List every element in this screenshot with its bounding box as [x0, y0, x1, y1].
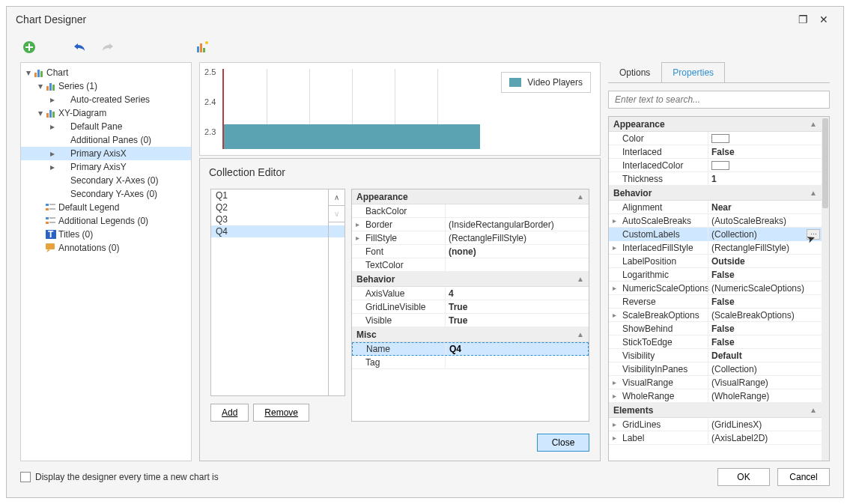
maximize-button[interactable]: ❐	[792, 9, 813, 30]
svg-rect-7	[40, 71, 43, 77]
property-value-input[interactable]	[449, 344, 588, 354]
property-row[interactable]: InterlacedFalse	[609, 145, 822, 159]
tree-item[interactable]: ▸Default Pane	[21, 120, 191, 133]
add-icon[interactable]	[20, 38, 38, 56]
collection-close-button[interactable]: Close	[537, 434, 589, 452]
property-row[interactable]: ReverseFalse	[609, 295, 822, 309]
property-row[interactable]: VisibilityDefault	[609, 349, 822, 362]
property-row[interactable]: ▸AutoScaleBreaks(AutoScaleBreaks)	[609, 214, 822, 228]
svg-rect-11	[46, 113, 49, 118]
svg-rect-13	[52, 112, 55, 118]
svg-rect-24	[46, 243, 55, 249]
ellipsis-button[interactable]: ⋯➤	[807, 229, 820, 240]
tree-item[interactable]: Secondary Y-Axes (0)	[21, 187, 191, 201]
property-row[interactable]: Font(none)	[352, 245, 589, 258]
tree-item[interactable]: Secondary X-Axes (0)	[21, 174, 191, 187]
cancel-button[interactable]: Cancel	[777, 468, 830, 486]
property-category[interactable]: Elements▲	[609, 403, 822, 418]
property-row[interactable]: CustomLabels(Collection)⋯➤	[609, 228, 822, 241]
property-row[interactable]: Color	[609, 132, 822, 145]
collection-item[interactable]: Q2	[211, 201, 344, 213]
properties-grid[interactable]: Appearance▲ColorInterlacedFalseInterlace…	[608, 116, 830, 461]
collection-item[interactable]: Q3	[211, 213, 344, 225]
property-row[interactable]: BackColor	[352, 204, 589, 218]
tree-item[interactable]: Annotations (0)	[21, 241, 191, 255]
property-category[interactable]: Behavior▲	[609, 186, 822, 201]
property-row[interactable]: ▸InterlacedFillStyle(RectangleFillStyle)	[609, 241, 822, 255]
property-row[interactable]: VisibleTrue	[352, 314, 589, 327]
property-row[interactable]: ShowBehindFalse	[609, 322, 822, 336]
collection-list[interactable]: Q1Q2Q3Q4 ∧ ∨	[210, 189, 345, 396]
property-row[interactable]: LabelPositionOutside	[609, 255, 822, 268]
tree-item[interactable]: ▸Primary AxisX	[21, 147, 191, 160]
property-row[interactable]: ▸VisualRange(VisualRange)	[609, 376, 822, 389]
property-row[interactable]: LogarithmicFalse	[609, 268, 822, 282]
move-down-button[interactable]: ∨	[329, 206, 344, 222]
tree-item[interactable]: ▾Chart	[21, 66, 191, 79]
chart-preview: 2.5 2.4 2.3 Video Players	[199, 62, 601, 156]
svg-rect-12	[49, 110, 52, 118]
svg-rect-3	[203, 48, 205, 52]
property-category[interactable]: Misc▲	[352, 327, 589, 342]
chart-bar	[224, 124, 480, 149]
svg-rect-18	[46, 217, 49, 219]
redo-icon[interactable]	[98, 38, 116, 56]
undo-icon[interactable]	[71, 38, 89, 56]
scrollbar[interactable]	[822, 117, 829, 461]
property-search[interactable]	[608, 91, 830, 109]
structure-tree[interactable]: ▾Chart▾Series (1)▸Auto-created Series▾XY…	[20, 62, 192, 461]
property-row[interactable]: GridLineVisibleTrue	[352, 300, 589, 314]
property-row[interactable]: ▸Border(InsideRectangularBorder)	[352, 218, 589, 231]
y-tick: 2.3	[204, 127, 216, 136]
chart-legend: Video Players	[501, 72, 591, 93]
color-swatch[interactable]	[711, 134, 729, 143]
collection-item[interactable]: Q4	[211, 225, 344, 237]
ok-button[interactable]: OK	[717, 468, 770, 486]
property-row[interactable]: Thickness1	[609, 172, 822, 186]
svg-rect-8	[46, 86, 49, 91]
collection-editor-title: Collection Editor	[200, 159, 600, 186]
tree-item[interactable]: TTitles (0)	[21, 228, 191, 241]
move-up-button[interactable]: ∧	[329, 189, 344, 206]
svg-rect-1	[197, 46, 199, 52]
tab-options[interactable]: Options	[608, 62, 661, 82]
property-row[interactable]: ▸NumericScaleOptions(NumericScaleOptions…	[609, 282, 822, 295]
property-row[interactable]: ▸WholeRange(WholeRange)	[609, 389, 822, 403]
tab-properties[interactable]: Properties	[661, 62, 725, 82]
collection-item[interactable]: Q1	[211, 189, 344, 201]
close-button[interactable]: ✕	[813, 9, 834, 30]
wizard-icon[interactable]	[194, 38, 212, 56]
property-row[interactable]: Tag	[352, 356, 589, 369]
show-designer-checkbox[interactable]	[20, 472, 31, 482]
window-title: Chart Designer	[16, 13, 792, 25]
tree-item[interactable]: ▸Primary AxisY	[21, 160, 191, 174]
tree-item[interactable]: Additional Legends (0)	[21, 214, 191, 228]
property-row[interactable]: AxisValue4	[352, 287, 589, 300]
tree-item[interactable]: Default Legend	[21, 201, 191, 214]
tree-item[interactable]: ▸Auto-created Series	[21, 93, 191, 106]
y-tick: 2.5	[204, 67, 216, 76]
property-row[interactable]: VisibilityInPanes(Collection)	[609, 362, 822, 376]
property-row[interactable]: StickToEdgeFalse	[609, 336, 822, 349]
search-input[interactable]	[609, 91, 829, 108]
property-row[interactable]: Name	[352, 342, 589, 356]
property-row[interactable]: ▸Label(AxisLabel2D)	[609, 431, 822, 445]
tree-item[interactable]: ▾Series (1)	[21, 79, 191, 93]
property-row[interactable]: ▸FillStyle(RectangleFillStyle)	[352, 231, 589, 245]
property-category[interactable]: Appearance▲	[609, 117, 822, 132]
property-row[interactable]: InterlacedColor	[609, 159, 822, 172]
property-row[interactable]: TextColor	[352, 258, 589, 272]
collection-editor-dialog: Collection Editor Q1Q2Q3Q4 ∧ ∨ Add Remov…	[199, 158, 601, 461]
tree-item[interactable]: ▾XY-Diagram	[21, 106, 191, 120]
tree-item[interactable]: Additional Panes (0)	[21, 133, 191, 147]
add-button[interactable]: Add	[210, 404, 249, 422]
property-category[interactable]: Behavior▲	[352, 272, 589, 287]
property-row[interactable]: ▸GridLines(GridLinesX)	[609, 418, 822, 431]
color-swatch[interactable]	[711, 161, 729, 170]
property-row[interactable]: AlignmentNear	[609, 201, 822, 214]
svg-rect-2	[200, 43, 202, 52]
property-row[interactable]: ▸ScaleBreakOptions(ScaleBreakOptions)	[609, 309, 822, 322]
remove-button[interactable]: Remove	[253, 404, 309, 422]
property-category[interactable]: Appearance▲	[352, 189, 589, 204]
collection-property-grid[interactable]: Appearance▲BackColor▸Border(InsideRectan…	[351, 189, 589, 422]
